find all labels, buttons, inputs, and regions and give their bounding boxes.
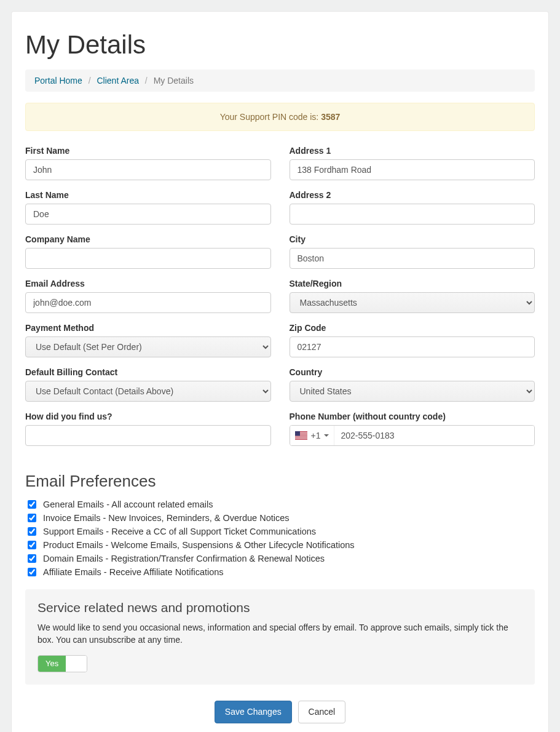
save-button[interactable]: Save Changes — [215, 701, 292, 724]
email-label: Email Address — [25, 279, 271, 288]
company-name-label: Company Name — [25, 234, 271, 244]
city-label: City — [290, 234, 535, 244]
first-name-input[interactable] — [25, 159, 271, 180]
company-name-input[interactable] — [25, 248, 271, 269]
breadcrumb-home[interactable]: Portal Home — [34, 76, 82, 86]
last-name-input[interactable] — [25, 204, 271, 225]
support-pin-alert: Your Support PIN code is: 3587 — [25, 103, 535, 131]
email-pref-item[interactable]: General Emails - All account related ema… — [25, 498, 535, 511]
svg-rect-4 — [295, 436, 307, 437]
zip-input[interactable] — [290, 336, 535, 357]
email-input[interactable] — [25, 292, 271, 313]
marketing-body: We would like to send you occasional new… — [37, 621, 523, 646]
cancel-button[interactable]: Cancel — [298, 701, 346, 724]
breadcrumb-client-area[interactable]: Client Area — [97, 76, 138, 86]
phone-label: Phone Number (without country code) — [290, 412, 535, 421]
marketing-toggle[interactable]: Yes — [37, 655, 87, 672]
email-pref-checkbox[interactable] — [28, 500, 36, 509]
marketing-title: Service related news and promotions — [37, 600, 523, 615]
email-pref-label: Domain Emails - Registration/Transfer Co… — [43, 554, 325, 563]
support-pin-value: 3587 — [321, 112, 340, 122]
breadcrumb-sep: / — [85, 76, 95, 86]
breadcrumb: Portal Home / Client Area / My Details — [25, 70, 535, 92]
phone-country-picker[interactable]: +1 — [290, 426, 335, 445]
breadcrumb-current: My Details — [154, 76, 194, 86]
payment-method-select[interactable]: Use Default (Set Per Order) — [25, 336, 271, 357]
email-pref-item[interactable]: Product Emails - Welcome Emails, Suspens… — [25, 539, 535, 551]
email-pref-item[interactable]: Invoice Emails - New Invoices, Reminders… — [25, 512, 535, 524]
form-actions: Save Changes Cancel — [25, 701, 535, 724]
state-label: State/Region — [290, 279, 535, 288]
city-input[interactable] — [290, 248, 535, 269]
state-select[interactable]: Massachusetts — [290, 292, 535, 313]
us-flag-icon — [295, 431, 307, 440]
address1-label: Address 1 — [290, 146, 535, 156]
address1-input[interactable] — [290, 159, 535, 180]
support-pin-label: Your Support PIN code is: — [220, 112, 321, 122]
svg-rect-6 — [295, 439, 307, 439]
email-prefs-title: Email Preferences — [25, 472, 535, 491]
email-pref-item[interactable]: Domain Emails - Registration/Transfer Co… — [25, 552, 535, 565]
page-title: My Details — [25, 30, 535, 60]
found-us-input[interactable] — [25, 425, 271, 446]
svg-rect-7 — [295, 431, 300, 436]
phone-input[interactable] — [334, 426, 534, 445]
first-name-label: First Name — [25, 146, 271, 156]
email-pref-checkbox[interactable] — [28, 541, 36, 549]
email-pref-label: Support Emails - Receive a CC of all Sup… — [43, 527, 316, 536]
address2-input[interactable] — [290, 204, 535, 225]
found-us-label: How did you find us? — [25, 412, 271, 421]
phone-input-group: +1 — [290, 425, 535, 446]
payment-method-label: Payment Method — [25, 323, 271, 333]
chevron-down-icon — [324, 434, 329, 437]
email-pref-checkbox[interactable] — [28, 527, 36, 536]
toggle-handle — [66, 656, 87, 672]
billing-contact-label: Default Billing Contact — [25, 367, 271, 377]
breadcrumb-sep: / — [141, 76, 151, 86]
country-label: Country — [290, 367, 535, 377]
svg-rect-5 — [295, 437, 307, 438]
email-prefs-list: General Emails - All account related ema… — [25, 498, 535, 578]
email-pref-item[interactable]: Affiliate Emails - Receive Affiliate Not… — [25, 566, 535, 578]
phone-prefix: +1 — [311, 431, 321, 440]
email-pref-label: General Emails - All account related ema… — [43, 499, 213, 509]
email-pref-label: Product Emails - Welcome Emails, Suspens… — [43, 540, 355, 550]
email-pref-checkbox[interactable] — [28, 554, 36, 563]
email-pref-item[interactable]: Support Emails - Receive a CC of all Sup… — [25, 525, 535, 538]
address2-label: Address 2 — [290, 190, 535, 200]
email-pref-checkbox[interactable] — [28, 514, 36, 522]
country-select[interactable]: United States — [290, 381, 535, 402]
billing-contact-select[interactable]: Use Default Contact (Details Above) — [25, 381, 271, 402]
last-name-label: Last Name — [25, 190, 271, 200]
details-card: My Details Portal Home / Client Area / M… — [11, 11, 549, 732]
email-pref-label: Affiliate Emails - Receive Affiliate Not… — [43, 567, 224, 577]
marketing-well: Service related news and promotions We w… — [25, 589, 535, 685]
zip-label: Zip Code — [290, 323, 535, 333]
toggle-on-label: Yes — [38, 656, 66, 672]
email-pref-checkbox[interactable] — [28, 568, 36, 576]
email-pref-label: Invoice Emails - New Invoices, Reminders… — [43, 513, 290, 523]
